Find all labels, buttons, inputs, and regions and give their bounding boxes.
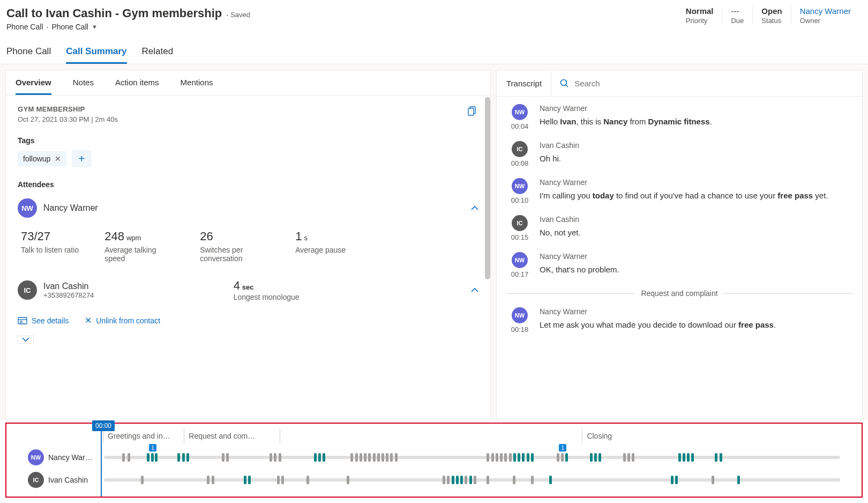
timeline-mark[interactable]	[360, 453, 362, 462]
timeline-mark[interactable]	[390, 453, 393, 462]
tag-chip[interactable]: followup✕	[18, 151, 66, 166]
timeline-mark[interactable]	[509, 453, 512, 462]
timeline-mark[interactable]	[590, 453, 593, 462]
subtab-notes[interactable]: Notes	[73, 78, 94, 95]
see-details-link[interactable]: See details	[18, 316, 69, 325]
timeline-mark[interactable]	[561, 453, 564, 462]
timeline-mark[interactable]	[683, 453, 685, 462]
timeline-mark[interactable]	[594, 453, 597, 462]
timeline-mark[interactable]	[737, 476, 740, 484]
transcript-turn[interactable]: NW00:17Nancy WarnerOK, that's no problem…	[507, 252, 851, 278]
timeline-mark[interactable]	[513, 453, 516, 462]
timeline-mark[interactable]	[373, 453, 376, 462]
timeline-mark[interactable]	[323, 453, 325, 462]
transcript-turn[interactable]: NW00:04Nancy WarnerHello Ivan, this is N…	[507, 104, 851, 130]
timeline-mark[interactable]	[395, 453, 398, 462]
timeline-mark[interactable]	[460, 476, 463, 484]
tab-phone-call[interactable]: Phone Call	[6, 46, 51, 64]
copy-icon[interactable]	[467, 105, 477, 116]
timeline-mark[interactable]	[274, 453, 276, 462]
timeline-mark[interactable]	[456, 476, 459, 484]
timeline-mark[interactable]	[186, 453, 189, 462]
timeline-highlight-badge[interactable]: 1	[149, 444, 156, 452]
timeline-mark[interactable]	[377, 453, 380, 462]
remove-tag-icon[interactable]: ✕	[55, 154, 61, 163]
timeline-mark[interactable]	[531, 476, 534, 484]
timeline-mark[interactable]	[177, 453, 180, 462]
transcript-turn[interactable]: IC00:08Ivan CashinOh hi.	[507, 141, 851, 167]
timeline-highlight-badge[interactable]: 1	[559, 444, 566, 452]
scrollbar[interactable]	[485, 97, 490, 279]
timeline-mark[interactable]	[141, 476, 144, 484]
timeline-mark[interactable]	[671, 476, 674, 484]
subtab-mentions[interactable]: Mentions	[181, 78, 213, 95]
transcript-turn[interactable]: NW00:10Nancy WarnerI'm calling you today…	[507, 178, 851, 204]
timeline-mark[interactable]	[128, 453, 130, 462]
timeline-mark[interactable]	[675, 476, 678, 484]
timeline-mark[interactable]	[513, 476, 515, 484]
unlink-contact-link[interactable]: ✕ Unlink from contact	[85, 315, 160, 326]
timeline-mark[interactable]	[277, 476, 280, 484]
timeline-mark[interactable]	[386, 453, 388, 462]
timeline-mark[interactable]	[627, 453, 630, 462]
timeline-mark[interactable]	[678, 453, 681, 462]
timeline-mark[interactable]	[474, 476, 476, 484]
timeline-mark[interactable]	[244, 476, 246, 484]
add-tag-button[interactable]: +	[72, 150, 91, 167]
timeline-mark[interactable]	[248, 476, 251, 484]
timeline-mark[interactable]	[318, 453, 321, 462]
timeline-mark[interactable]	[720, 453, 722, 462]
timeline-mark[interactable]	[122, 453, 125, 462]
playhead[interactable]	[101, 424, 102, 497]
timeline-mark[interactable]	[712, 476, 714, 484]
timeline-mark[interactable]	[212, 476, 214, 484]
timeline-mark[interactable]	[522, 453, 525, 462]
timeline-mark[interactable]	[314, 453, 317, 462]
timeline-mark[interactable]	[623, 453, 626, 462]
timeline-mark[interactable]	[443, 476, 445, 484]
timeline-mark[interactable]	[270, 453, 272, 462]
timeline-mark[interactable]	[527, 453, 529, 462]
timeline-mark[interactable]	[155, 453, 158, 462]
timeline-mark[interactable]	[691, 453, 694, 462]
timeline-mark[interactable]	[182, 453, 185, 462]
transcript-turn[interactable]: NW00:18Nancy WarnerLet me ask you what m…	[507, 307, 851, 334]
timeline-mark[interactable]	[452, 476, 454, 484]
timeline-mark[interactable]	[368, 453, 371, 462]
collapse-icon[interactable]	[471, 287, 478, 293]
header-stat-value[interactable]: Nancy Warner	[800, 6, 851, 16]
timeline-mark[interactable]	[687, 453, 690, 462]
timeline-mark[interactable]	[531, 453, 534, 462]
timeline-mark[interactable]	[151, 453, 154, 462]
timeline-mark[interactable]	[487, 453, 489, 462]
timeline-mark[interactable]	[447, 476, 450, 484]
timeline-mark[interactable]	[598, 453, 601, 462]
timeline-mark[interactable]	[226, 453, 229, 462]
subtab-action-items[interactable]: Action items	[115, 78, 159, 95]
timeline-mark[interactable]	[347, 476, 349, 484]
timeline-track[interactable]	[104, 478, 840, 482]
timeline-mark[interactable]	[364, 453, 366, 462]
timeline-mark[interactable]	[279, 453, 281, 462]
timeline-mark[interactable]	[500, 453, 503, 462]
tab-related[interactable]: Related	[142, 46, 174, 64]
timeline-mark[interactable]	[281, 476, 284, 484]
timeline-mark[interactable]	[306, 476, 309, 484]
timeline-mark[interactable]	[549, 476, 552, 484]
tab-call-summary[interactable]: Call Summary	[66, 46, 126, 64]
timeline-track[interactable]: 11	[104, 456, 840, 459]
timeline-mark[interactable]	[504, 453, 507, 462]
transcript-turn[interactable]: IC00:15Ivan CashinNo, not yet.	[507, 215, 851, 241]
search-input[interactable]	[574, 79, 855, 88]
timeline-mark[interactable]	[565, 453, 568, 462]
timeline-mark[interactable]	[715, 453, 717, 462]
timeline-mark[interactable]	[355, 453, 358, 462]
timeline-mark[interactable]	[557, 453, 559, 462]
timeline-mark[interactable]	[465, 476, 467, 484]
timeline-mark[interactable]	[487, 476, 489, 484]
timeline-mark[interactable]	[632, 453, 634, 462]
timeline-mark[interactable]	[222, 453, 225, 462]
subtab-overview[interactable]: Overview	[16, 78, 51, 95]
collapse-icon[interactable]	[471, 205, 478, 211]
timeline-mark[interactable]	[491, 453, 494, 462]
